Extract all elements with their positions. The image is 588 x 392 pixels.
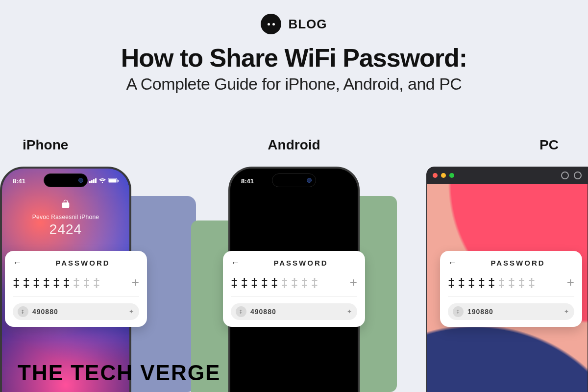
iphone-lock-area: Pevoc Raseesnil iPhone 2424 — [2, 199, 129, 237]
add-icon[interactable]: + — [132, 275, 139, 290]
wifi-icon — [99, 178, 106, 183]
camera-icon — [307, 178, 312, 183]
svg-rect-6 — [118, 180, 119, 182]
password-card-label: PASSWORD — [26, 259, 139, 267]
coin-icon: ‡ — [453, 306, 464, 317]
back-icon[interactable]: ← — [13, 258, 22, 268]
svg-rect-5 — [109, 179, 117, 183]
iphone-clock: 8:41 — [13, 177, 25, 185]
pc-titlebar — [427, 167, 588, 184]
blog-logo-icon — [261, 14, 281, 34]
watermark: THE TECH VERGE — [18, 361, 220, 385]
android-clock: 8:41 — [241, 177, 254, 185]
close-icon[interactable] — [433, 173, 438, 178]
android-notch — [272, 173, 316, 187]
page-title: How to Share WiFi Password: — [0, 43, 588, 73]
password-card-label: PASSWORD — [245, 259, 357, 267]
iphone-status-icons — [89, 178, 119, 183]
coin-icon: ‡ — [18, 306, 28, 317]
password-code-text: 490880 — [32, 308, 58, 316]
back-icon[interactable]: ← — [231, 258, 240, 268]
window-controls — [561, 172, 582, 179]
maximize-icon[interactable] — [449, 173, 454, 178]
trailing-icon: ✦ — [129, 308, 134, 315]
add-icon[interactable]: + — [350, 275, 357, 290]
password-dots-iphone: ‡‡‡‡‡‡‡‡‡ — [13, 276, 100, 289]
password-dots-android: ‡‡‡‡‡‡‡‡‡ — [231, 276, 318, 289]
column-label-pc: PC — [539, 137, 559, 153]
blog-badge: BLOG — [0, 0, 588, 34]
back-icon[interactable]: ← — [448, 258, 457, 268]
trailing-icon: ✦ — [564, 308, 569, 315]
camera-icon — [78, 178, 83, 183]
column-label-android: Android — [268, 137, 320, 153]
iphone-lock-text: Pevoc Raseesnil iPhone — [2, 214, 129, 220]
unlock-icon — [60, 199, 71, 210]
blog-label: BLOG — [288, 17, 327, 32]
password-card-label: PASSWORD — [462, 259, 574, 267]
column-label-iphone: iPhone — [23, 137, 68, 153]
add-icon[interactable]: + — [567, 275, 574, 290]
password-code-pill[interactable]: ‡ 190880 ✦ — [448, 303, 574, 320]
password-card-pc: ← PASSWORD ‡‡‡‡‡‡‡‡‡ + ‡ 190880 ✦ — [440, 251, 582, 327]
password-code-text: 490880 — [250, 308, 276, 316]
svg-rect-2 — [93, 179, 95, 183]
iphone-lock-digits: 2424 — [2, 221, 129, 237]
window-control-icon[interactable] — [574, 172, 582, 179]
password-card-iphone: ← PASSWORD ‡‡‡‡‡‡‡‡‡ + ‡ 490880 ✦ — [5, 251, 147, 327]
trailing-icon: ✦ — [347, 308, 352, 315]
battery-icon — [108, 178, 119, 183]
iphone-notch — [44, 173, 88, 187]
traffic-lights[interactable] — [433, 173, 454, 178]
signal-icon — [89, 178, 97, 183]
password-code-pill[interactable]: ‡ 490880 ✦ — [231, 303, 357, 320]
password-code-pill[interactable]: ‡ 490880 ✦ — [13, 303, 139, 320]
window-control-icon[interactable] — [561, 172, 569, 179]
svg-rect-3 — [95, 178, 97, 183]
password-card-android: ← PASSWORD ‡‡‡‡‡‡‡‡‡ + ‡ 490880 ✦ — [223, 251, 365, 327]
minimize-icon[interactable] — [441, 173, 446, 178]
password-code-text-pc: 190880 — [467, 308, 493, 316]
password-dots-pc: ‡‡‡‡‡‡‡‡‡ — [448, 276, 535, 289]
coin-icon: ‡ — [236, 306, 246, 317]
svg-rect-1 — [91, 180, 93, 183]
svg-rect-0 — [89, 181, 91, 183]
page-subtitle: A Complete Guide for iPhone, Android, an… — [0, 74, 588, 94]
